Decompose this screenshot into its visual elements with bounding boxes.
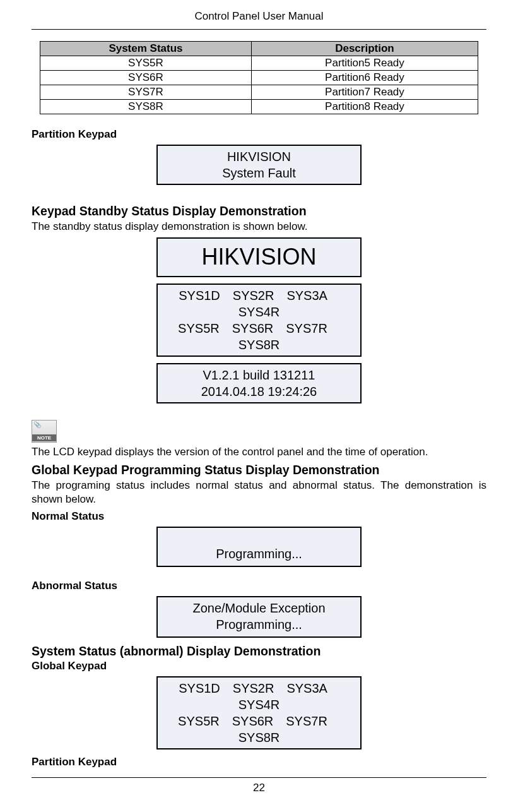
- abnormal-status-heading: Abnormal Status: [32, 580, 486, 592]
- table-cell: SYS6R: [40, 71, 252, 85]
- lcd-line: SYS1D SYS2R SYS3A SYS4R: [164, 680, 354, 713]
- partition-keypad-bottom-heading: Partition Keypad: [32, 756, 486, 768]
- partition-keypad-heading: Partition Keypad: [32, 128, 486, 141]
- table-cell: SYS7R: [40, 85, 252, 100]
- system-status-table: System Status Description SYS5R Partitio…: [40, 41, 478, 114]
- page-number: 22: [32, 777, 486, 794]
- lcd-line: V1.2.1 build 131211: [164, 367, 354, 383]
- table-cell: Partition8 Ready: [251, 100, 478, 114]
- table-row: SYS5R Partition5 Ready: [40, 56, 478, 71]
- global-keypad-lcd: SYS1D SYS2R SYS3A SYS4R SYS5R SYS6R SYS7…: [156, 676, 362, 749]
- table-cell: Partition5 Ready: [251, 56, 478, 71]
- lcd-line: System Fault: [164, 165, 354, 181]
- table-cell: SYS5R: [40, 56, 252, 71]
- note-text: The LCD keypad displays the version of t…: [32, 445, 486, 459]
- global-programming-heading: Global Keypad Programming Status Display…: [32, 463, 486, 477]
- lcd-line: Programming...: [164, 546, 354, 562]
- lcd-line: SYS5R SYS6R SYS7R SYS8R: [164, 713, 354, 746]
- lcd-line: SYS5R SYS6R SYS7R SYS8R: [164, 320, 354, 353]
- partition-keypad-lcd: HIKVISION System Fault: [156, 145, 362, 185]
- standby-heading: Keypad Standby Status Display Demonstrat…: [32, 204, 486, 218]
- lcd-line: Programming...: [164, 616, 354, 633]
- standby-lcd-status: SYS1D SYS2R SYS3A SYS4R SYS5R SYS6R SYS7…: [156, 284, 362, 357]
- table-cell: SYS8R: [40, 100, 252, 114]
- table-cell: Partition7 Ready: [251, 85, 478, 100]
- standby-lcd-big: HIKVISION: [156, 237, 362, 277]
- lcd-line: 2014.04.18 19:24:26: [164, 383, 354, 400]
- note-icon-label: NOTE: [32, 434, 56, 441]
- abnormal-status-lcd: Zone/Module Exception Programming...: [156, 596, 362, 638]
- lcd-line: Zone/Module Exception: [164, 600, 354, 616]
- table-header-description: Description: [251, 42, 478, 56]
- table-row: SYS7R Partition7 Ready: [40, 85, 478, 100]
- lcd-line: HIKVISION: [164, 148, 354, 165]
- global-keypad-heading: Global Keypad: [32, 660, 486, 672]
- standby-intro: The standby status display demonstration…: [32, 220, 486, 234]
- global-programming-intro: The programing status includes normal st…: [32, 479, 486, 506]
- table-row: SYS8R Partition8 Ready: [40, 100, 478, 114]
- abn-system-status-heading: System Status (abnormal) Display Demonst…: [32, 644, 486, 659]
- document-header: Control Panel User Manual: [32, 6, 486, 30]
- table-cell: Partition6 Ready: [251, 71, 478, 85]
- standby-lcd-version: V1.2.1 build 131211 2014.04.18 19:24:26: [156, 363, 362, 403]
- note-icon: 📎 NOTE: [32, 420, 57, 443]
- normal-status-lcd: Programming...: [156, 527, 362, 567]
- normal-status-heading: Normal Status: [32, 510, 486, 523]
- lcd-line: SYS1D SYS2R SYS3A SYS4R: [164, 287, 354, 320]
- table-header-status: System Status: [40, 42, 252, 56]
- table-row: SYS6R Partition6 Ready: [40, 71, 478, 85]
